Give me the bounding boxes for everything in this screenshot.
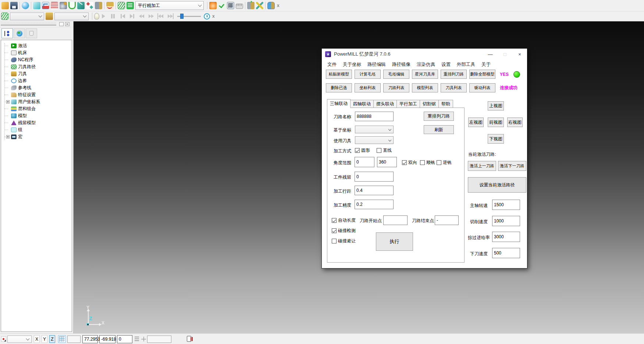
dialog-titlebar[interactable]: PowerMILL 忆梦星河 7.0.6 — □ × <box>322 49 527 60</box>
dialog-tab[interactable]: 平行加工 <box>397 100 420 108</box>
tree-item[interactable]: 用户坐标系 <box>1 98 72 105</box>
checkbox[interactable] <box>437 160 441 165</box>
fast-fwd-icon[interactable] <box>148 13 154 19</box>
dialog-action-button[interactable]: 坐标列表 <box>355 83 381 92</box>
stepover-input[interactable] <box>355 186 394 195</box>
dialog-action-button[interactable]: 刀具列表 <box>441 83 467 92</box>
view-front-button[interactable]: 前视图 <box>488 117 504 127</box>
menu-item[interactable]: 渲染仿真 <box>417 62 435 68</box>
refresh-button[interactable]: 刷新 <box>424 125 454 134</box>
expand-plus-icon[interactable] <box>6 135 10 138</box>
checkbox[interactable] <box>420 160 425 165</box>
ball-tool-icon[interactable] <box>60 2 67 9</box>
collision-check-checkbox[interactable]: 碰撞检测 <box>332 228 356 234</box>
go-end-icon[interactable] <box>167 13 174 19</box>
collision-avoid-checkbox[interactable]: 碰撞避让 <box>332 238 356 244</box>
dialog-tab[interactable]: 帮助 <box>439 100 453 108</box>
ruler-icon[interactable] <box>236 4 243 9</box>
plunge-speed-input[interactable] <box>492 248 520 258</box>
base-coord-dropdown[interactable] <box>355 126 394 133</box>
diamonds-icon[interactable] <box>86 2 93 9</box>
maximize-button[interactable]: □ <box>498 49 512 60</box>
tool-block-icon[interactable] <box>95 2 102 9</box>
dialog-action-button[interactable]: 计算毛坯 <box>355 70 381 79</box>
play-icon[interactable] <box>100 13 107 19</box>
tree-item[interactable]: 边界 <box>1 77 72 84</box>
dialog-action-button[interactable]: 删除全部模型 <box>469 70 495 79</box>
toolpath-name-input[interactable] <box>355 112 394 121</box>
rewind-icon[interactable] <box>138 13 145 19</box>
checkbox[interactable] <box>332 228 337 233</box>
drag-grip[interactable] <box>1 23 56 24</box>
dialog-action-button[interactable]: 刀路列表 <box>383 83 409 92</box>
verify-check-icon[interactable] <box>218 2 225 9</box>
go-start-icon[interactable] <box>157 13 164 19</box>
position-anchor-icon[interactable] <box>141 337 146 341</box>
calculator-icon[interactable] <box>227 2 234 9</box>
dialog-tab[interactable]: 摆头联动 <box>374 100 397 108</box>
method-line-checkbox[interactable]: 直线 <box>377 147 392 154</box>
dialog-action-button[interactable]: 毛坯编辑 <box>383 70 409 79</box>
dialog-tab[interactable]: 四轴联动 <box>351 100 374 108</box>
explorer-tree-tab[interactable] <box>1 28 13 38</box>
menu-item[interactable]: 关于 <box>481 62 491 68</box>
sim-tool-dropdown[interactable] <box>54 13 89 20</box>
sim-toolpath-dropdown[interactable] <box>10 13 44 20</box>
slider-handle[interactable] <box>180 14 184 19</box>
dialog-action-button[interactable]: 删除已选 <box>326 83 352 92</box>
tolerance-input[interactable] <box>355 200 394 209</box>
levels-globe-tab[interactable] <box>14 28 25 38</box>
recycle-tab[interactable] <box>26 28 37 38</box>
step-fwd-icon[interactable] <box>129 13 135 19</box>
end-point-input[interactable] <box>435 215 459 225</box>
minimize-button[interactable]: — <box>483 49 498 60</box>
method-circle-checkbox[interactable]: 圆形 <box>355 147 370 154</box>
execute-button[interactable]: 执行 <box>376 232 413 251</box>
menu-item[interactable]: 路径编辑 <box>367 62 386 68</box>
fox-icon[interactable] <box>209 2 217 9</box>
cutting-speed-input[interactable] <box>492 216 520 226</box>
expand-plus-icon[interactable] <box>6 100 10 103</box>
grid-snap-button[interactable] <box>58 335 66 343</box>
bidirectional-checkbox[interactable]: 双向 <box>402 159 417 166</box>
checkbox[interactable] <box>355 148 360 153</box>
tree-item[interactable]: NC程序 <box>1 56 72 63</box>
start-point-input[interactable] <box>383 215 408 225</box>
axis-y-button[interactable]: Y <box>42 335 47 343</box>
undo-path-icon[interactable] <box>42 2 49 9</box>
use-tool-dropdown[interactable] <box>355 136 394 144</box>
menu-item[interactable]: 文件 <box>327 62 337 68</box>
status-dropdown[interactable] <box>7 336 32 343</box>
axis-z-button[interactable]: Z <box>49 335 55 343</box>
float-panel-icon[interactable] <box>59 22 64 26</box>
save-icon[interactable] <box>10 2 18 9</box>
sim-toolbar-close-button[interactable]: x <box>210 13 217 20</box>
checkbox[interactable] <box>377 148 381 153</box>
rearrange-toolpaths-button[interactable]: 重排列刀路 <box>424 112 454 121</box>
edit-pencil-icon[interactable] <box>77 2 85 9</box>
cylinders-icon[interactable] <box>267 2 275 9</box>
dialog-tab[interactable]: 切割锯 <box>420 100 439 108</box>
grid-size-field[interactable] <box>67 336 81 343</box>
axis-x-button[interactable]: X <box>34 335 40 343</box>
plunge-tool-icon[interactable] <box>106 2 114 9</box>
view-left-button[interactable]: 左视图 <box>468 117 484 127</box>
bulb-icon[interactable] <box>94 13 99 20</box>
strategy-list-icon[interactable] <box>127 2 134 9</box>
tree-item[interactable]: 组 <box>1 126 72 133</box>
stock-remain-input[interactable] <box>355 172 394 182</box>
activate-next-toolpath-button[interactable]: 激活下一刀路 <box>498 161 526 171</box>
checkbox[interactable] <box>332 239 337 243</box>
tool-change-icon[interactable] <box>247 2 255 9</box>
view-bottom-button[interactable]: 下视图 <box>488 134 504 144</box>
skim-feedrate-input[interactable] <box>492 232 520 242</box>
tree-item[interactable]: 机床 <box>1 49 72 56</box>
pause-icon[interactable] <box>110 13 116 19</box>
flask-icon[interactable] <box>22 2 29 9</box>
dialog-action-button[interactable]: 模型列表 <box>412 83 438 92</box>
pause-device-icon[interactable] <box>187 336 191 342</box>
angle-from-input[interactable] <box>355 157 374 167</box>
tree-item[interactable]: 残留模型 <box>1 119 72 126</box>
activate-prev-toolpath-button[interactable]: 激活上一刀路 <box>468 161 496 171</box>
dialog-action-button[interactable]: 星河刀具库 <box>412 70 438 79</box>
